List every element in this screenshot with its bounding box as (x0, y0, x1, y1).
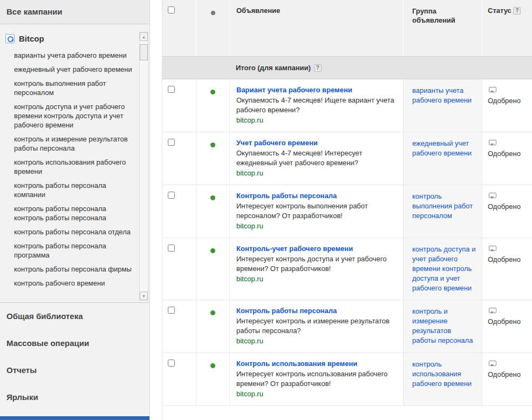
ad-display-url: bitcop.ru (236, 389, 395, 399)
sidebar-adgroup-item[interactable]: варианты учета рабочего времени (0, 49, 135, 63)
column-header-status[interactable]: Статус (488, 6, 511, 15)
ad-cell: Учет рабочего времени Окупаемость 4-7 ме… (229, 132, 403, 185)
status-cell: Одобрено (482, 353, 532, 405)
scrollbar-thumb[interactable] (140, 44, 148, 60)
row-checkbox-cell (162, 79, 196, 132)
header-status-cell: Статус ? (482, 0, 532, 56)
row-checkbox-cell (162, 300, 196, 353)
row-checkbox-cell (162, 185, 196, 238)
speech-bubble-icon (489, 193, 496, 198)
ad-description: Интересует контроль использования рабоче… (236, 369, 395, 389)
campaign-icon (5, 34, 15, 43)
sidebar-nav: Общая библиотека Массовые операции Отчет… (0, 302, 149, 411)
totals-empty-cell (403, 62, 482, 74)
ad-description: Окупаемость 4-7 месяцев! Ищете вариант у… (236, 96, 395, 115)
ad-description: Интересует контроль и измерение результа… (236, 316, 395, 336)
row-checkbox[interactable] (168, 360, 175, 367)
campaign-list: варианты учета рабочего времени ежедневн… (0, 49, 149, 290)
enabled-dot-icon (210, 248, 215, 253)
ads-table: Объявление Группа объявлений Статус ? Ит… (162, 0, 532, 420)
ad-table-row: Учет рабочего времени Окупаемость 4-7 ме… (162, 132, 532, 185)
totals-label: Итого (для кампании) (236, 64, 311, 72)
sidebar-adgroup-item[interactable]: контроль работы персонала фирмы (0, 262, 135, 276)
status-label: Одобрено (488, 317, 529, 326)
adgroup-link[interactable]: контроль доступа и учет рабочего времени… (412, 245, 475, 292)
sidebar-adgroup-item[interactable]: контроль работы персонала отдела (0, 225, 135, 239)
scroll-down-icon[interactable]: ▼ (140, 292, 148, 300)
ad-table-row: Контроль работы персонала Интересует кон… (162, 300, 532, 353)
speech-bubble-icon (489, 140, 496, 145)
ad-table-row: Вариант учета рабочего времени Окупаемос… (162, 79, 532, 132)
row-checkbox[interactable] (168, 192, 175, 199)
ad-table-row: Контроль работы персонала Интересует кон… (162, 185, 532, 238)
select-all-checkbox[interactable] (168, 6, 175, 13)
status-label: Одобрено (488, 150, 529, 158)
ad-cell: Контроль-учет рабочего времени Интересуе… (229, 238, 403, 300)
sidebar-item-labels[interactable]: Ярлыки (0, 384, 149, 411)
sidebar-adgroup-item[interactable]: контроль работы персонала программа (0, 239, 135, 262)
sidebar-item-shared-library[interactable]: Общая библиотека (0, 303, 149, 330)
totals-label-cell: Итого (для кампании) ? (229, 64, 403, 72)
enabled-dot-icon (210, 195, 215, 200)
sidebar-adgroup-item[interactable]: контроль использования рабочего времени (0, 155, 135, 179)
status-help-icon[interactable]: ? (513, 7, 521, 15)
adgroup-link[interactable]: контроль выполнения работ персоналом (412, 192, 473, 220)
totals-help-icon[interactable]: ? (314, 64, 322, 72)
sidebar-adgroup-item[interactable]: ежедневный учет рабочего времени (0, 63, 135, 77)
column-header-group[interactable]: Группа объявлений (412, 7, 455, 24)
sidebar-item-reports[interactable]: Отчеты (0, 357, 149, 384)
ad-cell: Контроль работы персонала Интересует кон… (229, 185, 403, 238)
sidebar-bottom-bar (0, 416, 149, 420)
ad-display-url: bitcop.ru (236, 336, 395, 346)
ad-table-row: Контроль использования времени Интересуе… (162, 353, 532, 406)
row-checkbox-cell (162, 132, 196, 185)
row-status-dot-cell (196, 238, 229, 300)
ad-display-url: bitcop.ru (236, 221, 395, 231)
sidebar-adgroup-item[interactable]: контроль доступа и учет рабочего времени… (0, 100, 135, 132)
adgroup-cell: контроль доступа и учет рабочего времени… (403, 238, 482, 300)
scroll-up-icon[interactable]: ▲ (140, 32, 148, 41)
adgroup-link[interactable]: контроль использования рабочего времени (412, 360, 472, 388)
totals-empty-cell (196, 64, 229, 72)
ad-title-link[interactable]: Контроль работы персонала (236, 307, 337, 315)
sidebar-adgroup-item[interactable]: контроль рабочего времени (0, 276, 135, 290)
status-cell: Одобрено (482, 79, 532, 132)
adgroup-cell: контроль выполнения работ персоналом (403, 185, 482, 238)
header-checkbox-cell (162, 0, 196, 56)
column-header-ad[interactable]: Объявление (236, 6, 280, 15)
sidebar-adgroup-item[interactable]: контроль выполнения работ персоналом (0, 77, 135, 100)
ad-display-url: bitcop.ru (236, 168, 395, 178)
campaign-name: Bitcop (19, 34, 44, 43)
header-ad-cell: Объявление (229, 0, 403, 56)
row-checkbox[interactable] (168, 139, 175, 146)
sidebar-adgroup-item[interactable]: контроль работы персонала компании (0, 179, 135, 202)
totals-empty-cell (162, 65, 196, 71)
sidebar-adgroup-item[interactable]: контроль и измерение результатов работы … (0, 132, 135, 155)
adgroup-link[interactable]: контроль и измерение результатов работы … (412, 307, 473, 344)
ad-title-link[interactable]: Учет рабочего времени (236, 139, 318, 147)
adgroup-link[interactable]: варианты учета рабочего времени (412, 86, 472, 104)
ad-title-link[interactable]: Контроль-учет рабочего времени (236, 245, 353, 253)
ad-cell: Контроль работы персонала Интересует кон… (229, 300, 403, 353)
speech-bubble-icon (489, 246, 496, 251)
ad-title-link[interactable]: Контроль работы персонала (236, 192, 337, 200)
campaign-tree-panel: Bitcop варианты учета рабочего времени е… (0, 24, 149, 302)
speech-bubble-icon (489, 87, 496, 92)
enabled-dot-icon (210, 363, 215, 368)
header-status-dot-cell (196, 0, 229, 56)
sidebar-adgroup-item[interactable]: контроль работы персонала контроль работ… (0, 202, 135, 225)
adgroup-link[interactable]: ежедневный учет рабочего времени (412, 139, 472, 157)
ad-title-link[interactable]: Контроль использования времени (236, 360, 357, 368)
all-campaigns-header[interactable]: Все кампании (0, 0, 149, 24)
enabled-dot-icon (210, 310, 215, 315)
campaign-bitcop[interactable]: Bitcop (0, 32, 149, 49)
sidebar-item-bulk-operations[interactable]: Массовые операции (0, 330, 149, 357)
row-checkbox[interactable] (168, 307, 175, 314)
ad-cell: Вариант учета рабочего времени Окупаемос… (229, 79, 403, 132)
sidebar-scrollbar[interactable]: ▲ ▼ (139, 32, 148, 301)
ad-title-link[interactable]: Вариант учета рабочего времени (236, 86, 352, 94)
row-checkbox[interactable] (168, 86, 175, 93)
speech-bubble-icon (489, 308, 496, 313)
row-checkbox[interactable] (168, 245, 175, 252)
status-dot-header-icon (211, 11, 215, 15)
